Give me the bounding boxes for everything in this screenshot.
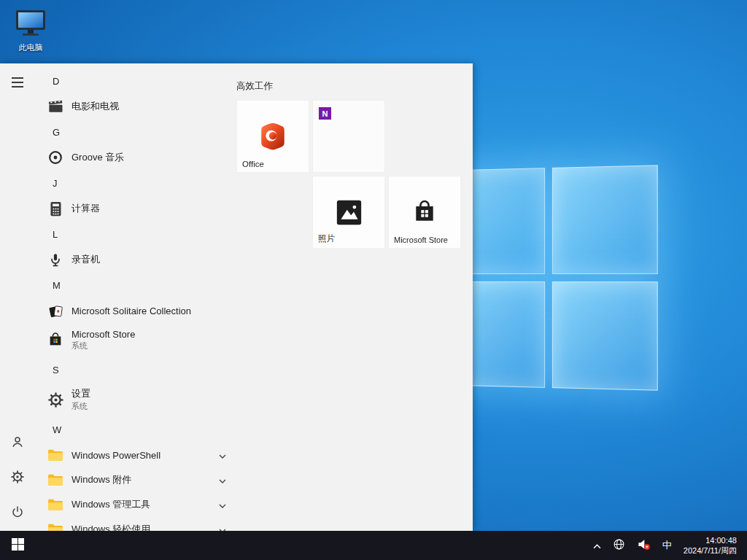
- app-item-calculator[interactable]: 计算器: [35, 196, 236, 221]
- chevron-down-icon: [219, 523, 226, 531]
- windows-logo-icon: [12, 538, 24, 553]
- system-tray: 中 14:00:48 2024/7/11/周四: [587, 531, 747, 560]
- groove-music-icon: [47, 149, 64, 166]
- app-label: Microsoft Solitaire Collection: [71, 306, 191, 316]
- section-header-g[interactable]: G: [35, 119, 236, 145]
- chevron-down-icon: [219, 473, 226, 486]
- clock-date: 2024/7/11/周四: [684, 545, 737, 556]
- tray-show-hidden-icons-button[interactable]: [587, 531, 607, 560]
- app-sublabel: 系统: [71, 341, 135, 351]
- taskbar: 中 14:00:48 2024/7/11/周四: [0, 531, 747, 560]
- tile-group-title[interactable]: 高效工作: [236, 80, 473, 93]
- solitaire-icon: [47, 302, 64, 319]
- section-header-w[interactable]: W: [35, 416, 236, 443]
- app-item-voice-recorder[interactable]: 录音机: [35, 247, 236, 272]
- network-globe-icon: [613, 538, 625, 553]
- tile-label: 照片: [318, 233, 335, 244]
- folder-item-windows-admin-tools[interactable]: Windows 管理工具: [35, 492, 236, 517]
- tile-label: Office: [242, 160, 264, 168]
- expand-menu-button[interactable]: [0, 65, 35, 100]
- section-letter: M: [53, 280, 61, 291]
- folder-label: Windows 管理工具: [71, 498, 150, 511]
- tile-office[interactable]: Office: [236, 100, 309, 173]
- app-label: 电影和电视: [71, 100, 119, 113]
- taskbar-clock[interactable]: 14:00:48 2024/7/11/周四: [678, 531, 744, 560]
- power-icon: [11, 505, 24, 521]
- app-item-groove-music[interactable]: Groove 音乐: [35, 145, 236, 170]
- section-header-m[interactable]: M: [35, 272, 236, 298]
- calculator-icon: [47, 200, 64, 217]
- start-button[interactable]: [0, 531, 35, 560]
- folder-label: Windows PowerShell: [71, 450, 160, 461]
- desktop-icon-this-pc[interactable]: 此电脑: [9, 9, 53, 53]
- settings-gear-icon: [47, 391, 64, 408]
- app-label: 设置: [71, 387, 90, 400]
- volume-muted-icon: [637, 537, 651, 554]
- tray-volume-button[interactable]: [631, 531, 657, 560]
- onenote-icon: N: [319, 107, 331, 120]
- app-item-movies-tv[interactable]: 电影和电视: [35, 94, 236, 119]
- user-account-button[interactable]: [0, 426, 35, 461]
- folder-icon: [47, 521, 64, 531]
- tile-photos[interactable]: 照片: [312, 176, 385, 249]
- chevron-down-icon: [219, 448, 226, 462]
- section-header-d[interactable]: D: [35, 68, 236, 94]
- this-pc-icon: [14, 9, 47, 41]
- folder-item-windows-powershell[interactable]: Windows PowerShell: [35, 443, 236, 467]
- gear-icon: [11, 470, 24, 486]
- microphone-icon: [47, 251, 64, 268]
- app-list: D 电影和电视 G: [35, 63, 236, 531]
- app-label: Microsoft Store: [71, 329, 135, 340]
- app-label: Groove 音乐: [71, 151, 124, 164]
- section-letter: D: [53, 76, 59, 87]
- folder-icon: [47, 471, 64, 489]
- section-letter: J: [53, 178, 58, 189]
- folder-item-windows-ease-of-access[interactable]: Windows 轻松使用: [35, 517, 236, 531]
- user-icon: [11, 435, 24, 451]
- tile-grid: Office N 照片: [236, 100, 473, 249]
- section-letter: L: [53, 229, 58, 240]
- tile-area: 高效工作 Office: [236, 63, 473, 531]
- app-item-settings[interactable]: 设置 系统: [35, 383, 236, 416]
- tray-ime-indicator[interactable]: 中: [657, 531, 678, 560]
- wallpaper-windows-logo: [444, 165, 657, 390]
- folder-label: Windows 附件: [71, 473, 131, 486]
- tile-onenote[interactable]: N: [312, 100, 385, 173]
- section-header-s[interactable]: S: [35, 357, 236, 383]
- section-letter: S: [53, 365, 59, 376]
- folder-icon: [47, 446, 64, 464]
- start-menu: D 电影和电视 G: [0, 63, 473, 531]
- app-sublabel: 系统: [71, 401, 90, 412]
- clock-time: 14:00:48: [705, 535, 737, 545]
- tray-network-button[interactable]: [607, 531, 631, 560]
- folder-icon: [47, 496, 64, 513]
- chevron-down-icon: [219, 498, 226, 511]
- this-pc-label: 此电脑: [19, 42, 43, 53]
- section-header-l[interactable]: L: [35, 221, 236, 247]
- settings-rail-button[interactable]: [0, 461, 35, 496]
- section-header-j[interactable]: J: [35, 170, 236, 196]
- section-letter: W: [53, 424, 61, 435]
- power-button[interactable]: [0, 496, 35, 531]
- chevron-up-icon: [593, 539, 601, 552]
- movies-tv-icon: [47, 98, 64, 115]
- logo-pane: [552, 165, 658, 274]
- app-label: 录音机: [71, 253, 100, 266]
- desktop: 此电脑: [0, 0, 747, 560]
- tile-microsoft-store[interactable]: Microsoft Store: [388, 176, 461, 249]
- tile-label: Microsoft Store: [394, 236, 448, 244]
- folder-label: Windows 轻松使用: [71, 523, 150, 531]
- hamburger-icon: [12, 77, 23, 88]
- logo-pane: [552, 281, 658, 391]
- section-letter: G: [53, 127, 60, 138]
- app-item-solitaire[interactable]: Microsoft Solitaire Collection: [35, 298, 236, 323]
- store-icon: [47, 331, 64, 349]
- app-label: 计算器: [71, 202, 100, 215]
- app-item-microsoft-store[interactable]: Microsoft Store 系统: [35, 323, 236, 357]
- start-menu-rail: [0, 63, 35, 531]
- folder-item-windows-accessories[interactable]: Windows 附件: [35, 467, 236, 492]
